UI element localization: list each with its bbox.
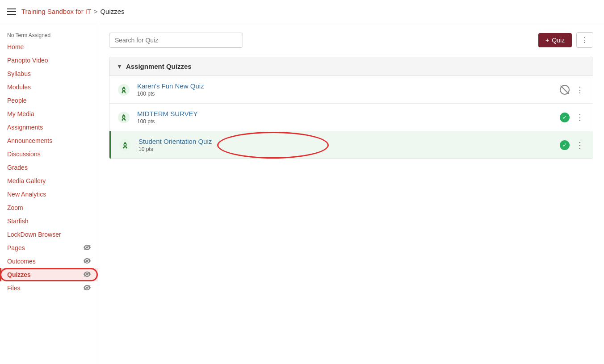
quiz-pts: 10 pts xyxy=(138,146,554,152)
sidebar-item-label-new-analytics: New Analytics xyxy=(7,191,46,198)
top-bar: Training Sandbox for IT > Quizzes xyxy=(0,0,604,23)
quiz-kebab-button[interactable]: ⋮ xyxy=(574,112,586,123)
hamburger-menu[interactable] xyxy=(7,8,16,15)
svg-point-7 xyxy=(123,116,125,118)
sidebar-item-my-media[interactable]: My Media xyxy=(0,107,98,121)
sidebar-item-label-zoom: Zoom xyxy=(7,204,23,211)
main-layout: No Term Assigned HomePanopto VideoSyllab… xyxy=(0,23,604,364)
sidebar-item-announcements[interactable]: Announcements xyxy=(0,134,98,147)
sidebar-item-label-grades: Grades xyxy=(7,164,28,171)
chevron-down-icon: ▼ xyxy=(117,63,122,70)
sidebar-item-people[interactable]: People xyxy=(0,94,98,107)
sidebar-item-label-home: Home xyxy=(7,43,24,50)
sidebar-item-label-modules: Modules xyxy=(7,84,31,91)
add-quiz-plus-icon: + xyxy=(545,37,549,44)
quiz-info: Karen's Fun New Quiz100 pts xyxy=(137,82,554,97)
quiz-info: Student Orientation Quiz10 pts xyxy=(138,138,554,152)
check-circle-icon: ✓ xyxy=(560,113,570,122)
sidebar-item-files[interactable]: Files xyxy=(0,281,98,295)
sidebar-item-home[interactable]: Home xyxy=(0,40,98,54)
quiz-actions: ⋮ xyxy=(560,84,586,96)
more-options-button[interactable]: ⋮ xyxy=(576,32,593,48)
sidebar-item-label-files: Files xyxy=(7,285,21,292)
sidebar-item-new-analytics[interactable]: New Analytics xyxy=(0,188,98,201)
toolbar: + Quiz ⋮ xyxy=(109,32,593,48)
quiz-rocket-icon xyxy=(117,110,131,125)
breadcrumb-current: Quizzes xyxy=(100,8,124,15)
sidebar-item-outcomes[interactable]: Outcomes xyxy=(0,255,98,268)
check-circle-icon: ✓ xyxy=(560,140,570,150)
sidebar-item-grades[interactable]: Grades xyxy=(0,161,98,174)
search-input[interactable] xyxy=(109,33,243,48)
quiz-kebab-button[interactable]: ⋮ xyxy=(574,84,586,96)
svg-point-9 xyxy=(124,144,126,146)
quiz-rocket-icon xyxy=(118,138,132,152)
sidebar-item-starfish[interactable]: Starfish xyxy=(0,214,98,228)
quiz-row: Student Orientation Quiz10 pts✓⋮ xyxy=(109,131,593,159)
sidebar-item-label-outcomes: Outcomes xyxy=(7,258,36,265)
sidebar-item-panopto-video[interactable]: Panopto Video xyxy=(0,54,98,67)
quiz-section: ▼ Assignment Quizzes Karen's Fun New Qui… xyxy=(109,57,593,159)
sidebar-item-label-panopto-video: Panopto Video xyxy=(7,57,48,64)
sidebar-item-zoom[interactable]: Zoom xyxy=(0,201,98,214)
sidebar-item-label-announcements: Announcements xyxy=(7,137,52,144)
quiz-pts: 100 pts xyxy=(137,91,554,97)
add-quiz-label: Quiz xyxy=(552,37,565,44)
breadcrumb-separator: > xyxy=(94,8,97,15)
quiz-section-header: ▼ Assignment Quizzes xyxy=(109,57,593,76)
sidebar-item-lockdown-browser[interactable]: LockDown Browser xyxy=(0,228,98,241)
sidebar-item-label-media-gallery: Media Gallery xyxy=(7,177,46,184)
sidebar-item-media-gallery[interactable]: Media Gallery xyxy=(0,174,98,188)
quiz-row: MIDTERM SURVEY100 pts✓⋮ xyxy=(109,104,593,131)
sidebar: No Term Assigned HomePanopto VideoSyllab… xyxy=(0,23,98,364)
quiz-name-link[interactable]: MIDTERM SURVEY xyxy=(137,110,198,117)
quiz-pts: 100 pts xyxy=(137,118,554,125)
add-quiz-button[interactable]: + Quiz xyxy=(538,33,572,47)
eye-icon-quizzes xyxy=(84,271,91,278)
sidebar-item-label-assignments: Assignments xyxy=(7,124,43,131)
sidebar-section-label: No Term Assigned xyxy=(0,29,98,40)
sidebar-item-label-my-media: My Media xyxy=(7,110,34,117)
sidebar-item-label-pages: Pages xyxy=(7,244,25,251)
quiz-actions: ✓⋮ xyxy=(560,139,586,151)
quiz-rocket-icon xyxy=(117,83,131,97)
sidebar-item-label-syllabus: Syllabus xyxy=(7,70,31,77)
breadcrumb: Training Sandbox for IT > Quizzes xyxy=(21,8,125,15)
sidebar-item-label-people: People xyxy=(7,97,27,104)
sidebar-item-label-lockdown-browser: LockDown Browser xyxy=(7,231,61,238)
quiz-info: MIDTERM SURVEY100 pts xyxy=(137,110,554,125)
quiz-actions: ✓⋮ xyxy=(560,112,586,123)
main-content: + Quiz ⋮ ▼ Assignment Quizzes Karen's Fu… xyxy=(98,23,604,364)
sidebar-item-label-discussions: Discussions xyxy=(7,151,41,158)
sidebar-item-modules[interactable]: Modules xyxy=(0,80,98,94)
quiz-kebab-button[interactable]: ⋮ xyxy=(574,139,586,151)
quiz-name-link[interactable]: Karen's Fun New Quiz xyxy=(137,82,204,90)
sidebar-item-quizzes[interactable]: Quizzes xyxy=(0,268,98,281)
quiz-section-title: Assignment Quizzes xyxy=(126,63,192,70)
eye-icon-outcomes xyxy=(84,258,91,265)
sidebar-item-discussions[interactable]: Discussions xyxy=(0,147,98,161)
quiz-row: Karen's Fun New Quiz100 pts⋮ xyxy=(109,76,593,104)
sidebar-item-assignments[interactable]: Assignments xyxy=(0,121,98,134)
sidebar-item-syllabus[interactable]: Syllabus xyxy=(0,67,98,80)
sidebar-item-label-quizzes: Quizzes xyxy=(7,271,31,278)
quiz-name-link[interactable]: Student Orientation Quiz xyxy=(138,138,212,145)
eye-icon-files xyxy=(84,285,91,292)
ban-icon xyxy=(560,85,570,95)
sidebar-item-pages[interactable]: Pages xyxy=(0,241,98,255)
eye-icon-pages xyxy=(84,244,91,251)
svg-point-5 xyxy=(123,88,125,90)
breadcrumb-course-link[interactable]: Training Sandbox for IT xyxy=(21,8,91,15)
sidebar-item-label-starfish: Starfish xyxy=(7,218,28,225)
